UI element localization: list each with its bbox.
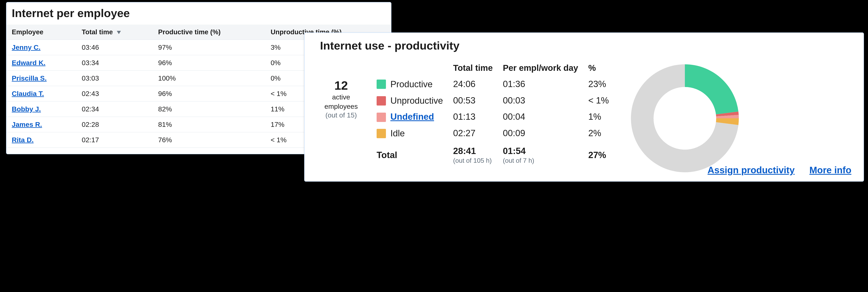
active-employees-summary: 12 active employees (out of 15) xyxy=(315,60,368,119)
active-out-of: (out of 15) xyxy=(315,111,368,119)
cell-total: 02:28 xyxy=(76,117,153,132)
cell-pct: 23% xyxy=(588,76,619,92)
panel-title: Internet per employee xyxy=(12,6,391,20)
swatch-productive xyxy=(377,80,386,89)
employee-link[interactable]: Rita D. xyxy=(12,136,34,144)
employee-link[interactable]: Claudia T. xyxy=(12,90,44,97)
productivity-table: Total time Per empl/work day % Productiv… xyxy=(377,60,619,167)
col-percent: % xyxy=(588,60,619,76)
panel-internet-use-productivity: Internet use - productivity 12 active em… xyxy=(304,32,864,182)
panel-title: Internet use - productivity xyxy=(320,39,854,52)
active-count: 12 xyxy=(315,79,368,92)
col-total-time: Total time xyxy=(453,60,503,76)
cell-total: 01:13 xyxy=(453,109,503,125)
swatch-unproductive xyxy=(377,96,386,106)
col-per-empl: Per empl/work day xyxy=(503,60,588,76)
donut-chart-container xyxy=(628,60,854,175)
swatch-idle xyxy=(377,129,386,138)
col-blank xyxy=(377,60,453,76)
cell-total: 02:27 xyxy=(453,125,503,141)
cell-pct: 2% xyxy=(588,125,619,141)
cell-total: 02:34 xyxy=(76,101,153,117)
total-pct: 27% xyxy=(588,141,619,167)
donut-chart xyxy=(628,61,742,175)
cell-total: 03:46 xyxy=(76,40,153,55)
cell-per: 01:36 xyxy=(503,76,588,92)
category-unproductive-label: Unproductive xyxy=(391,96,443,106)
assign-productivity-link[interactable]: Assign productivity xyxy=(708,165,795,175)
cell-prod: 76% xyxy=(153,132,266,148)
prod-row: Undefined01:1300:041% xyxy=(377,109,619,125)
cell-prod: 96% xyxy=(153,55,266,70)
prod-row: Idle02:2700:092% xyxy=(377,125,619,141)
more-info-link[interactable]: More info xyxy=(809,165,851,175)
sort-desc-icon xyxy=(117,31,121,34)
cell-pct: < 1% xyxy=(588,92,619,109)
cell-total: 24:06 xyxy=(453,76,503,92)
total-time: 28:41(out of 105 h) xyxy=(453,141,503,167)
cell-per: 00:09 xyxy=(503,125,588,141)
cell-pct: 1% xyxy=(588,109,619,125)
cell-prod: 100% xyxy=(153,70,266,86)
employee-link[interactable]: Priscilla S. xyxy=(12,74,46,82)
active-label-line1: active xyxy=(315,92,368,102)
col-productive[interactable]: Productive time (%) xyxy=(153,25,266,40)
cell-total: 02:17 xyxy=(76,132,153,148)
cell-total: 02:43 xyxy=(76,86,153,101)
col-employee[interactable]: Employee xyxy=(6,25,76,40)
total-label: Total xyxy=(377,141,453,167)
cell-per: 00:04 xyxy=(503,109,588,125)
prod-total-row: Total28:41(out of 105 h)01:54(out of 7 h… xyxy=(377,141,619,167)
cell-prod: 96% xyxy=(153,86,266,101)
cell-total: 03:34 xyxy=(76,55,153,70)
category-productive-label: Productive xyxy=(391,79,433,89)
employee-link[interactable]: Bobby J. xyxy=(12,105,41,113)
employee-link[interactable]: Edward K. xyxy=(12,59,45,66)
prod-row: Unproductive00:5300:03< 1% xyxy=(377,92,619,109)
prod-row: Productive24:0601:3623% xyxy=(377,76,619,92)
col-total-time[interactable]: Total time xyxy=(76,25,153,40)
category-idle-label: Idle xyxy=(391,128,405,138)
donut-hole xyxy=(654,87,716,150)
swatch-undefined xyxy=(377,113,386,122)
employee-link[interactable]: Jenny C. xyxy=(12,43,40,51)
panel-footer-links: Assign productivity More info xyxy=(695,165,851,176)
total-per: 01:54(out of 7 h) xyxy=(503,141,588,167)
cell-per: 00:03 xyxy=(503,92,588,109)
active-label-line2: employees xyxy=(315,102,368,111)
employee-link[interactable]: James R. xyxy=(12,120,42,128)
cell-total: 03:03 xyxy=(76,70,153,86)
cell-prod: 81% xyxy=(153,117,266,132)
category-undefined-link[interactable]: Undefined xyxy=(391,112,434,121)
cell-total: 00:53 xyxy=(453,92,503,109)
cell-prod: 82% xyxy=(153,101,266,117)
cell-prod: 97% xyxy=(153,40,266,55)
